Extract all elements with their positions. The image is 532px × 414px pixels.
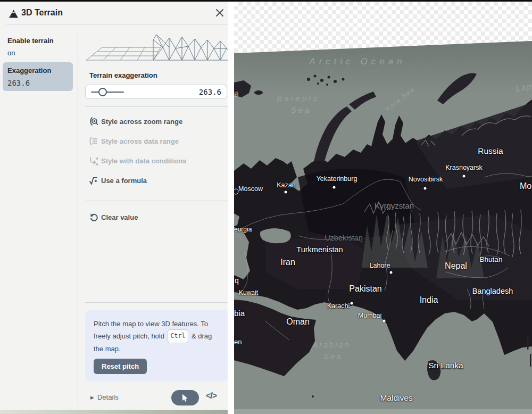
slider-handle[interactable] bbox=[98, 88, 107, 96]
pitch-hint-box: Pitch the map to view 3D features. To fr… bbox=[85, 310, 228, 382]
terrain-mesh-illustration bbox=[85, 32, 228, 63]
details-toggle[interactable]: ▶Details bbox=[90, 393, 119, 401]
sidebar-divider bbox=[78, 32, 78, 405]
terrain-exaggeration-label: Terrain exaggeration bbox=[89, 71, 157, 79]
ctrl-key-badge: Ctrl bbox=[168, 329, 189, 343]
cursor-mode-button[interactable] bbox=[171, 390, 199, 405]
slider-track[interactable] bbox=[91, 92, 124, 93]
map-terrain-graphic bbox=[234, 2, 532, 414]
map-canvas[interactable] bbox=[234, 2, 532, 414]
clear-value-button[interactable]: Clear value bbox=[85, 212, 228, 225]
hint-text-before: Pitch the map to view 3D features. To fr… bbox=[94, 320, 208, 340]
code-view-button[interactable]: </> bbox=[206, 391, 217, 401]
panel-title: 3D Terrain bbox=[21, 8, 63, 18]
data-range-icon bbox=[88, 136, 99, 149]
slider-section-divider bbox=[85, 106, 228, 107]
sidebar-item-exaggeration-label[interactable]: Exaggeration bbox=[7, 67, 51, 74]
exaggeration-slider[interactable]: 263.6 bbox=[85, 85, 227, 99]
slider-value[interactable]: 263.6 bbox=[199, 88, 221, 96]
style-across-zoom-range-button[interactable]: Style across zoom range bbox=[85, 116, 228, 129]
style-with-data-conditions-button[interactable]: Style with data conditions bbox=[85, 155, 228, 168]
reset-pitch-button[interactable]: Reset pitch bbox=[94, 359, 147, 374]
header-divider bbox=[6, 24, 228, 24]
use-a-formula-button[interactable]: Use a formula bbox=[85, 175, 228, 188]
close-icon[interactable] bbox=[214, 7, 225, 18]
app-window: Arctic OceanBarentsSeaKara SeaLaptArabia… bbox=[0, 0, 532, 414]
sidebar-item-enable-terrain-label[interactable]: Enable terrain bbox=[7, 37, 54, 45]
panel-footer: ▶Details </> bbox=[0, 390, 228, 407]
hint-divider bbox=[85, 302, 228, 303]
triangle-right-icon: ▶ bbox=[90, 395, 94, 400]
style-across-data-range-button[interactable]: Style across data range bbox=[85, 136, 228, 148]
zoom-range-icon bbox=[88, 117, 99, 129]
mountain-icon bbox=[8, 8, 19, 21]
cursor-icon bbox=[180, 393, 190, 403]
sidebar-item-exaggeration-value[interactable]: 263.6 bbox=[7, 79, 30, 87]
sidebar-item-enable-terrain-value[interactable]: on bbox=[7, 49, 15, 57]
map-bottom-edge bbox=[0, 410, 234, 414]
formula-icon bbox=[88, 176, 99, 188]
data-conditions-icon bbox=[88, 156, 99, 169]
terrain-panel: 3D Terrain Enable terrain on Exaggeratio… bbox=[0, 2, 228, 410]
panel-scrollbar-gutter[interactable] bbox=[228, 2, 234, 414]
undo-icon bbox=[88, 212, 99, 225]
actions-divider bbox=[85, 201, 228, 201]
